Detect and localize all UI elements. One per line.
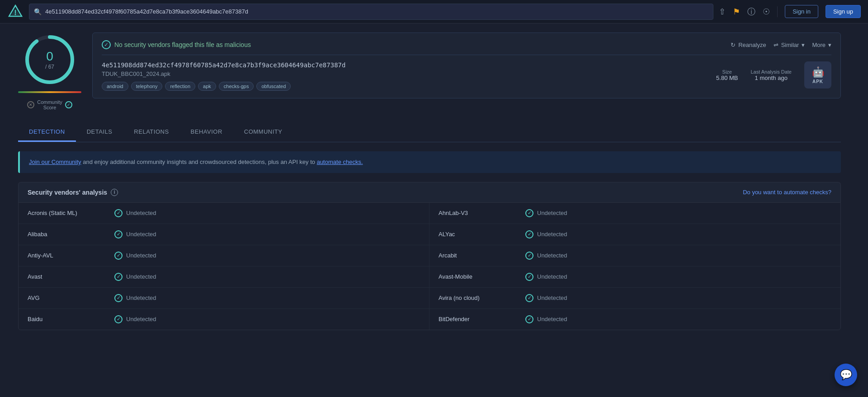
vendor-cell-right: Avast-Mobile ✓ Undetected [429, 266, 840, 287]
community-label: Community [37, 99, 62, 105]
vendor-status-right: ✓ Undetected [525, 294, 567, 302]
tag-checks-gps[interactable]: checks-gps [219, 82, 254, 91]
vendor-status-left: ✓ Undetected [114, 209, 156, 217]
settings-icon[interactable]: ☉ [763, 7, 770, 17]
vendor-name-left: Acronis (Static ML) [28, 210, 109, 216]
tag-telephony[interactable]: telephony [131, 82, 163, 91]
vendor-status-text-left: Undetected [126, 294, 156, 301]
banner-main-text: and enjoy additional community insights … [83, 159, 316, 165]
undetected-icon-right: ✓ [525, 252, 533, 260]
vendor-name-right: AhnLab-V3 [439, 210, 520, 216]
score-bar [18, 91, 81, 93]
undetected-icon-right: ✓ [525, 294, 533, 302]
vendor-name-left: AVG [28, 294, 109, 301]
search-bar[interactable]: 🔍 [29, 4, 713, 20]
tabs: DETECTION DETAILS RELATIONS BEHAVIOR COM… [18, 123, 841, 142]
tab-relations[interactable]: RELATIONS [123, 123, 179, 142]
score-widget: 0 / 67 ✕ Community Score ✓ [18, 33, 81, 110]
size-meta: Size 5.80 MB [716, 69, 738, 81]
main-content: 0 / 67 ✕ Community Score ✓ ✓ No security [0, 23, 868, 339]
community-banner: Join our Community and enjoy additional … [18, 151, 841, 173]
vendor-status-right: ✓ Undetected [525, 252, 567, 260]
vendor-row: AVG ✓ Undetected Avira (no cloud) ✓ Unde… [19, 288, 840, 309]
vendor-cell-left: Alibaba ✓ Undetected [19, 224, 429, 245]
signup-button[interactable]: Sign up [826, 5, 861, 18]
similar-chevron-icon: ▾ [802, 42, 805, 48]
vendor-cell-right: Avira (no cloud) ✓ Undetected [429, 288, 840, 308]
chat-button[interactable]: 💬 [835, 364, 857, 386]
upload-icon[interactable]: ⇧ [719, 7, 726, 17]
undetected-icon-left: ✓ [114, 252, 123, 260]
no-flag-message: ✓ No security vendors flagged this file … [102, 40, 251, 49]
similar-button[interactable]: ⇌ Similar ▾ [774, 42, 805, 48]
flag-icon[interactable]: ⚑ [733, 7, 740, 17]
signin-button[interactable]: Sign in [785, 5, 818, 18]
vendor-status-text-left: Undetected [126, 316, 156, 322]
file-name: TDUK_BBC001_2024.apk [102, 70, 345, 77]
file-meta-row: 4e511908dd874ed32cf4978f60785a42d7e8ca7b… [102, 61, 831, 91]
vendor-status-left: ✓ Undetected [114, 273, 156, 281]
size-value: 5.80 MB [716, 75, 738, 81]
reanalyze-icon: ↻ [731, 42, 736, 48]
vendor-name-right: Arcabit [439, 252, 520, 259]
automate-checks-link[interactable]: automate checks. [317, 159, 363, 165]
vendor-status-left: ✓ Undetected [114, 294, 156, 302]
panel-actions: ↻ Reanalyze ⇌ Similar ▾ More ▾ [731, 42, 831, 48]
vendor-cell-right: AhnLab-V3 ✓ Undetected [429, 203, 840, 224]
more-chevron-icon: ▾ [828, 42, 831, 48]
file-hash: 4e511908dd874ed32cf4978f60785a42d7e8ca7b… [102, 61, 345, 69]
tag-android[interactable]: android [102, 82, 128, 91]
vendor-row: Antiy-AVL ✓ Undetected Arcabit ✓ Undetec… [19, 245, 840, 266]
automate-link[interactable]: Do you want to automate checks? [743, 189, 831, 196]
file-info-panel: ✓ No security vendors flagged this file … [92, 33, 841, 98]
vendor-cell-right: BitDefender ✓ Undetected [429, 309, 840, 330]
community-x-icon: ✕ [27, 101, 34, 108]
vendor-name-left: Avast [28, 273, 109, 280]
vendor-cell-right: ALYac ✓ Undetected [429, 224, 840, 245]
score-circle: 0 / 67 [23, 33, 77, 87]
vendor-status-text-left: Undetected [126, 231, 156, 238]
tab-behavior[interactable]: BEHAVIOR [180, 123, 233, 142]
tag-obfuscated[interactable]: obfuscated [256, 82, 291, 91]
vendor-row: Avast ✓ Undetected Avast-Mobile ✓ Undete… [19, 266, 840, 288]
help-icon[interactable]: ⓘ [747, 6, 755, 17]
more-button[interactable]: More ▾ [812, 42, 831, 48]
vendor-name-right: Avira (no cloud) [439, 294, 520, 301]
reanalyze-button[interactable]: ↻ Reanalyze [731, 42, 766, 48]
undetected-icon-left: ✓ [114, 294, 123, 302]
tab-details[interactable]: DETAILS [76, 123, 123, 142]
tag-reflection[interactable]: reflection [165, 82, 195, 91]
tab-detection[interactable]: DETECTION [18, 123, 76, 142]
vendor-status-text-right: Undetected [537, 210, 567, 216]
vendor-status-text-right: Undetected [537, 316, 567, 322]
vendor-status-right: ✓ Undetected [525, 209, 567, 217]
tag-apk[interactable]: apk [198, 82, 216, 91]
undetected-icon-right: ✓ [525, 230, 533, 238]
search-input[interactable] [45, 8, 708, 15]
vendor-status-right: ✓ Undetected [525, 230, 567, 238]
vendor-status-text-left: Undetected [126, 252, 156, 259]
info-icon[interactable]: i [111, 189, 118, 196]
community-score-row: ✕ Community Score ✓ [27, 99, 72, 110]
vendors-title: Security vendors' analysis i [28, 189, 118, 196]
vendor-status-text-right: Undetected [537, 273, 567, 280]
vendor-table: Acronis (Static ML) ✓ Undetected AhnLab-… [18, 202, 841, 330]
join-community-link[interactable]: Join our Community [29, 159, 81, 165]
undetected-icon-right: ✓ [525, 315, 533, 323]
vendor-name-left: Antiy-AVL [28, 252, 109, 259]
logo[interactable] [7, 4, 24, 20]
vendor-name-right: Avast-Mobile [439, 273, 520, 280]
header: 🔍 ⇧ ⚑ ⓘ ☉ Sign in Sign up [0, 0, 868, 23]
vendor-cell-left: Antiy-AVL ✓ Undetected [19, 245, 429, 266]
vendor-status-text-right: Undetected [537, 294, 567, 301]
undetected-icon-right: ✓ [525, 273, 533, 281]
vendor-status-right: ✓ Undetected [525, 273, 567, 281]
tab-community[interactable]: COMMUNITY [233, 123, 293, 142]
vendor-status-left: ✓ Undetected [114, 230, 156, 238]
community-label2: Score [37, 105, 62, 110]
vendor-row: Alibaba ✓ Undetected ALYac ✓ Undetected [19, 224, 840, 245]
apk-robot-icon: 🤖 [812, 66, 824, 78]
vendor-cell-left: AVG ✓ Undetected [19, 288, 429, 308]
apk-icon: 🤖 APK [804, 61, 831, 89]
tags-row: android telephony reflection apk checks-… [102, 82, 345, 91]
